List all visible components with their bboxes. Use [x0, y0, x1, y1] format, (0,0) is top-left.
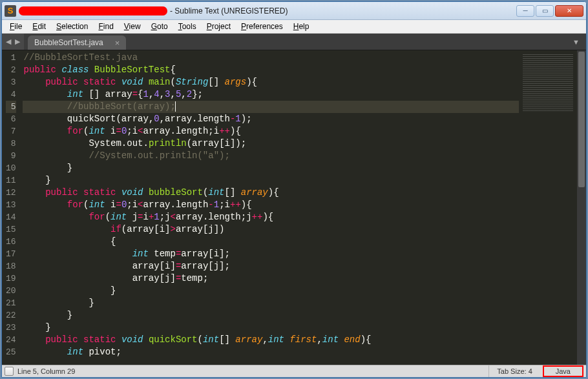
menu-find[interactable]: Find — [93, 21, 118, 32]
line-number[interactable]: 1 — [6, 52, 16, 64]
line-number[interactable]: 12 — [6, 187, 16, 199]
window-title: - Sublime Text (UNREGISTERED) — [170, 6, 516, 15]
code-line[interactable]: array[i]=array[j]; — [23, 260, 519, 272]
app-icon: S — [5, 5, 16, 17]
close-button[interactable]: ✕ — [555, 5, 583, 17]
code-line[interactable]: //BubbleSortTest.java — [23, 52, 519, 64]
code-line[interactable]: for(int j=i+1;j<array.length;j++){ — [23, 211, 519, 223]
line-number[interactable]: 20 — [6, 285, 16, 297]
code-line[interactable]: int pivot; — [23, 346, 519, 358]
code-line[interactable]: for(int i=0;i<array.length;i++){ — [23, 125, 519, 138]
menu-goto[interactable]: Goto — [146, 21, 173, 32]
line-number[interactable]: 18 — [6, 260, 16, 272]
code-line[interactable]: } — [23, 174, 519, 187]
redacted-path — [19, 6, 167, 15]
code-line[interactable]: int temp=array[i]; — [23, 248, 519, 260]
nav-forward-icon[interactable]: ▶ — [15, 37, 20, 46]
line-number[interactable]: 6 — [6, 113, 16, 125]
line-number[interactable]: 16 — [6, 236, 16, 248]
menu-help[interactable]: Help — [288, 21, 315, 32]
code-line[interactable]: for(int i=0;i<array.length-1;i++){ — [23, 199, 519, 211]
line-number[interactable]: 3 — [6, 76, 16, 88]
minimap-content — [523, 53, 573, 111]
code-line[interactable]: } — [23, 162, 519, 174]
tab-size-selector[interactable]: Tab Size: 4 — [488, 365, 540, 377]
code-line[interactable]: if(array[i]>array[j]) — [23, 223, 519, 236]
titlebar[interactable]: S - Sublime Text (UNREGISTERED) ─ ▭ ✕ — [2, 2, 586, 20]
code-line[interactable]: public static void main(String[] args){ — [23, 76, 519, 88]
line-number[interactable]: 10 — [6, 162, 16, 174]
statusbar-menu-icon[interactable] — [5, 367, 14, 376]
code-line[interactable]: //bubbleSort(array); — [23, 101, 519, 113]
code-line[interactable]: public static void bubbleSort(int[] arra… — [23, 187, 519, 199]
line-number[interactable]: 7 — [6, 125, 16, 138]
line-number[interactable]: 14 — [6, 211, 16, 223]
line-number[interactable]: 23 — [6, 322, 16, 334]
line-number[interactable]: 22 — [6, 309, 16, 322]
line-number[interactable]: 8 — [6, 138, 16, 150]
vertical-scrollbar[interactable] — [577, 50, 586, 365]
minimap[interactable] — [519, 50, 577, 365]
window: S - Sublime Text (UNREGISTERED) ─ ▭ ✕ Fi… — [1, 1, 587, 378]
line-number[interactable]: 17 — [6, 248, 16, 260]
menu-file[interactable]: File — [5, 21, 27, 32]
tab-label: BubbleSortTest.java — [34, 38, 103, 47]
code-line[interactable]: public static void quickSort(int[] array… — [23, 334, 519, 346]
line-number[interactable]: 25 — [6, 346, 16, 358]
menu-preferences[interactable]: Preferences — [236, 21, 288, 32]
code-viewport: 1234567891011121314151617181920212223242… — [2, 50, 586, 365]
code-line[interactable]: { — [23, 236, 519, 248]
close-icon[interactable]: × — [115, 38, 120, 48]
line-number[interactable]: 24 — [6, 334, 16, 346]
statusbar: Line 5, Column 29 Tab Size: 4 Java — [2, 365, 586, 377]
code-line[interactable]: } — [23, 297, 519, 309]
line-number[interactable]: 15 — [6, 223, 16, 236]
menu-tools[interactable]: Tools — [173, 21, 202, 32]
code-line[interactable]: } — [23, 322, 519, 334]
scroll-thumb[interactable] — [578, 52, 585, 187]
nav-back-icon[interactable]: ◀ — [6, 37, 11, 46]
editor-area: ◀ ▶ BubbleSortTest.java × ▼ 123456789101… — [2, 34, 586, 365]
menu-project[interactable]: Project — [202, 21, 236, 32]
code-line[interactable]: array[j]=temp; — [23, 272, 519, 285]
code-line[interactable]: System.out.println(array[i]); — [23, 138, 519, 150]
line-number[interactable]: 2 — [6, 64, 16, 76]
code-line[interactable]: //System.out.println("a"); — [23, 150, 519, 162]
line-number[interactable]: 13 — [6, 199, 16, 211]
code-line[interactable]: public class BubbleSortTest{ — [23, 64, 519, 76]
minimize-button[interactable]: ─ — [516, 5, 534, 17]
line-number[interactable]: 19 — [6, 272, 16, 285]
line-number[interactable]: 4 — [6, 88, 16, 101]
file-tab[interactable]: BubbleSortTest.java × — [28, 36, 126, 50]
menu-view[interactable]: View — [119, 21, 146, 32]
tab-dropdown-icon[interactable]: ▼ — [566, 38, 586, 46]
code-line[interactable]: int [] array={1,4,3,5,2}; — [23, 88, 519, 101]
line-number[interactable]: 9 — [6, 150, 16, 162]
line-number[interactable]: 11 — [6, 174, 16, 187]
line-number[interactable]: 21 — [6, 297, 16, 309]
code-line[interactable]: } — [23, 309, 519, 322]
code-line[interactable]: } — [23, 285, 519, 297]
tabbar: ◀ ▶ BubbleSortTest.java × ▼ — [2, 34, 586, 50]
line-gutter[interactable]: 1234567891011121314151617181920212223242… — [2, 50, 23, 365]
menu-edit[interactable]: Edit — [27, 21, 51, 32]
window-controls: ─ ▭ ✕ — [516, 5, 583, 17]
maximize-button[interactable]: ▭ — [536, 5, 554, 17]
line-number[interactable]: 5 — [6, 101, 16, 113]
code-line[interactable]: quickSort(array,0,array.length-1); — [23, 113, 519, 125]
tab-history-nav: ◀ ▶ — [2, 34, 24, 50]
menubar: FileEditSelectionFindViewGotoToolsProjec… — [2, 20, 586, 34]
syntax-selector[interactable]: Java — [543, 365, 583, 377]
menu-selection[interactable]: Selection — [51, 21, 93, 32]
cursor-position: Line 5, Column 29 — [17, 367, 75, 375]
code-editor[interactable]: //BubbleSortTest.javapublic class Bubble… — [23, 50, 519, 365]
